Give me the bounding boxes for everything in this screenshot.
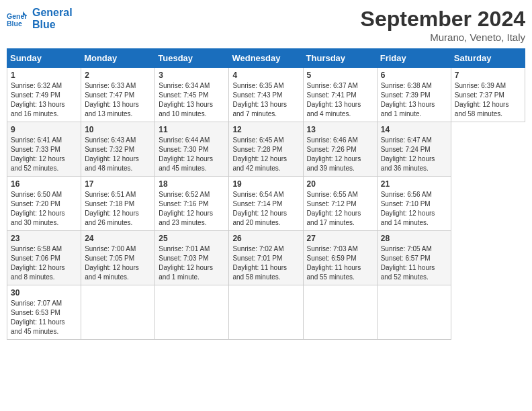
calendar-cell: 2 Sunrise: 6:33 AM Sunset: 7:47 PM Dayli…: [81, 68, 155, 122]
day-info: Sunrise: 7:07 AM Sunset: 6:53 PM Dayligh…: [11, 299, 77, 336]
day-info: Sunrise: 7:05 AM Sunset: 6:57 PM Dayligh…: [381, 244, 447, 282]
calendar-cell: 25 Sunrise: 7:01 AM Sunset: 7:03 PM Dayl…: [155, 231, 229, 285]
day-number: 4: [232, 71, 299, 80]
logo-icon: General Blue: [7, 9, 27, 29]
calendar-cell: 5 Sunrise: 6:37 AM Sunset: 7:41 PM Dayli…: [303, 68, 377, 122]
calendar-cell: [303, 285, 377, 340]
day-info: Sunrise: 7:00 AM Sunset: 7:05 PM Dayligh…: [85, 244, 151, 282]
day-info: Sunrise: 6:33 AM Sunset: 7:47 PM Dayligh…: [85, 81, 151, 119]
day-info: Sunrise: 6:44 AM Sunset: 7:30 PM Dayligh…: [159, 136, 225, 173]
day-info: Sunrise: 6:52 AM Sunset: 7:16 PM Dayligh…: [159, 190, 225, 228]
calendar-cell: 3 Sunrise: 6:34 AM Sunset: 7:45 PM Dayli…: [155, 68, 229, 122]
calendar-cell: 1 Sunrise: 6:32 AM Sunset: 7:49 PM Dayli…: [7, 68, 81, 122]
col-header-wednesday: Wednesday: [229, 49, 303, 68]
day-number: 18: [159, 179, 225, 189]
day-info: Sunrise: 7:02 AM Sunset: 7:01 PM Dayligh…: [232, 244, 299, 282]
day-number: 6: [381, 71, 447, 80]
calendar-cell: [229, 285, 303, 340]
day-number: 24: [85, 234, 151, 243]
calendar-cell: 18 Sunrise: 6:52 AM Sunset: 7:16 PM Dayl…: [155, 177, 229, 231]
day-info: Sunrise: 6:51 AM Sunset: 7:18 PM Dayligh…: [85, 190, 151, 228]
day-info: Sunrise: 6:38 AM Sunset: 7:39 PM Dayligh…: [381, 81, 447, 119]
calendar-cell: 24 Sunrise: 7:00 AM Sunset: 7:05 PM Dayl…: [81, 231, 155, 285]
day-number: 23: [11, 234, 77, 243]
day-number: 21: [381, 179, 447, 189]
day-number: 2: [85, 71, 151, 80]
day-info: Sunrise: 7:01 AM Sunset: 7:03 PM Dayligh…: [159, 244, 225, 282]
day-info: Sunrise: 6:43 AM Sunset: 7:32 PM Dayligh…: [85, 136, 151, 173]
calendar-header: SundayMondayTuesdayWednesdayThursdayFrid…: [7, 49, 525, 68]
page-header: General Blue General Blue September 2024…: [7, 7, 525, 43]
calendar-cell: 17 Sunrise: 6:51 AM Sunset: 7:18 PM Dayl…: [81, 177, 155, 231]
svg-text:Blue: Blue: [7, 19, 22, 28]
day-number: 19: [232, 179, 299, 189]
calendar-cell: 13 Sunrise: 6:46 AM Sunset: 7:26 PM Dayl…: [303, 122, 377, 177]
week-row: 30 Sunrise: 7:07 AM Sunset: 6:53 PM Dayl…: [7, 285, 525, 340]
logo-line1: General: [32, 7, 73, 19]
day-number: 12: [232, 125, 299, 134]
calendar-cell: [81, 285, 155, 340]
day-info: Sunrise: 6:58 AM Sunset: 7:06 PM Dayligh…: [11, 244, 77, 282]
calendar-cell: 12 Sunrise: 6:45 AM Sunset: 7:28 PM Dayl…: [229, 122, 303, 177]
day-info: Sunrise: 6:47 AM Sunset: 7:24 PM Dayligh…: [381, 136, 447, 173]
day-info: Sunrise: 6:37 AM Sunset: 7:41 PM Dayligh…: [307, 81, 373, 119]
logo-line2: Blue: [32, 19, 73, 31]
calendar-cell: 14 Sunrise: 6:47 AM Sunset: 7:24 PM Dayl…: [377, 122, 451, 177]
week-row: 9 Sunrise: 6:41 AM Sunset: 7:33 PM Dayli…: [7, 122, 525, 177]
day-number: 25: [159, 234, 225, 243]
calendar-cell: 16 Sunrise: 6:50 AM Sunset: 7:20 PM Dayl…: [7, 177, 81, 231]
logo: General Blue General Blue: [7, 7, 73, 31]
title-block: September 2024 Murano, Veneto, Italy: [361, 7, 525, 43]
calendar-cell: 20 Sunrise: 6:55 AM Sunset: 7:12 PM Dayl…: [303, 177, 377, 231]
calendar-cell: 9 Sunrise: 6:41 AM Sunset: 7:33 PM Dayli…: [7, 122, 81, 177]
col-header-friday: Friday: [377, 49, 451, 68]
week-row: 1 Sunrise: 6:32 AM Sunset: 7:49 PM Dayli…: [7, 68, 525, 122]
day-info: Sunrise: 6:54 AM Sunset: 7:14 PM Dayligh…: [232, 190, 299, 228]
calendar-cell: 4 Sunrise: 6:35 AM Sunset: 7:43 PM Dayli…: [229, 68, 303, 122]
col-header-monday: Monday: [81, 49, 155, 68]
calendar-cell: 21 Sunrise: 6:56 AM Sunset: 7:10 PM Dayl…: [377, 177, 451, 231]
calendar-cell: 23 Sunrise: 6:58 AM Sunset: 7:06 PM Dayl…: [7, 231, 81, 285]
calendar-cell: 28 Sunrise: 7:05 AM Sunset: 6:57 PM Dayl…: [377, 231, 451, 285]
day-number: 5: [307, 71, 373, 80]
month-title: September 2024: [361, 7, 525, 32]
day-info: Sunrise: 7:03 AM Sunset: 6:59 PM Dayligh…: [307, 244, 373, 282]
day-number: 30: [11, 288, 77, 298]
day-info: Sunrise: 6:35 AM Sunset: 7:43 PM Dayligh…: [232, 81, 299, 119]
calendar-cell: 6 Sunrise: 6:38 AM Sunset: 7:39 PM Dayli…: [377, 68, 451, 122]
col-header-thursday: Thursday: [303, 49, 377, 68]
col-header-sunday: Sunday: [7, 49, 81, 68]
day-info: Sunrise: 6:34 AM Sunset: 7:45 PM Dayligh…: [159, 81, 225, 119]
calendar-cell: 7 Sunrise: 6:39 AM Sunset: 7:37 PM Dayli…: [451, 68, 525, 122]
day-number: 3: [159, 71, 225, 80]
day-info: Sunrise: 6:50 AM Sunset: 7:20 PM Dayligh…: [11, 190, 77, 228]
week-row: 23 Sunrise: 6:58 AM Sunset: 7:06 PM Dayl…: [7, 231, 525, 285]
day-number: 20: [307, 179, 373, 189]
calendar-cell: 10 Sunrise: 6:43 AM Sunset: 7:32 PM Dayl…: [81, 122, 155, 177]
day-number: 10: [85, 125, 151, 134]
calendar-cell: 19 Sunrise: 6:54 AM Sunset: 7:14 PM Dayl…: [229, 177, 303, 231]
calendar-cell: 11 Sunrise: 6:44 AM Sunset: 7:30 PM Dayl…: [155, 122, 229, 177]
day-number: 13: [307, 125, 373, 134]
day-number: 16: [11, 179, 77, 189]
day-info: Sunrise: 6:41 AM Sunset: 7:33 PM Dayligh…: [11, 136, 77, 173]
calendar-cell: 27 Sunrise: 7:03 AM Sunset: 6:59 PM Dayl…: [303, 231, 377, 285]
day-info: Sunrise: 6:46 AM Sunset: 7:26 PM Dayligh…: [307, 136, 373, 173]
day-info: Sunrise: 6:32 AM Sunset: 7:49 PM Dayligh…: [11, 81, 77, 119]
day-number: 1: [11, 71, 77, 80]
day-info: Sunrise: 6:45 AM Sunset: 7:28 PM Dayligh…: [232, 136, 299, 173]
day-number: 17: [85, 179, 151, 189]
calendar-table: SundayMondayTuesdayWednesdayThursdayFrid…: [7, 48, 525, 340]
week-row: 16 Sunrise: 6:50 AM Sunset: 7:20 PM Dayl…: [7, 177, 525, 231]
calendar-cell: 26 Sunrise: 7:02 AM Sunset: 7:01 PM Dayl…: [229, 231, 303, 285]
day-info: Sunrise: 6:56 AM Sunset: 7:10 PM Dayligh…: [381, 190, 447, 228]
day-number: 27: [307, 234, 373, 243]
calendar-cell: [155, 285, 229, 340]
calendar-cell: [377, 285, 451, 340]
day-info: Sunrise: 6:39 AM Sunset: 7:37 PM Dayligh…: [455, 81, 521, 119]
day-number: 28: [381, 234, 447, 243]
calendar-cell: 30 Sunrise: 7:07 AM Sunset: 6:53 PM Dayl…: [7, 285, 81, 340]
col-header-saturday: Saturday: [451, 49, 525, 68]
day-number: 26: [232, 234, 299, 243]
day-number: 14: [381, 125, 447, 134]
